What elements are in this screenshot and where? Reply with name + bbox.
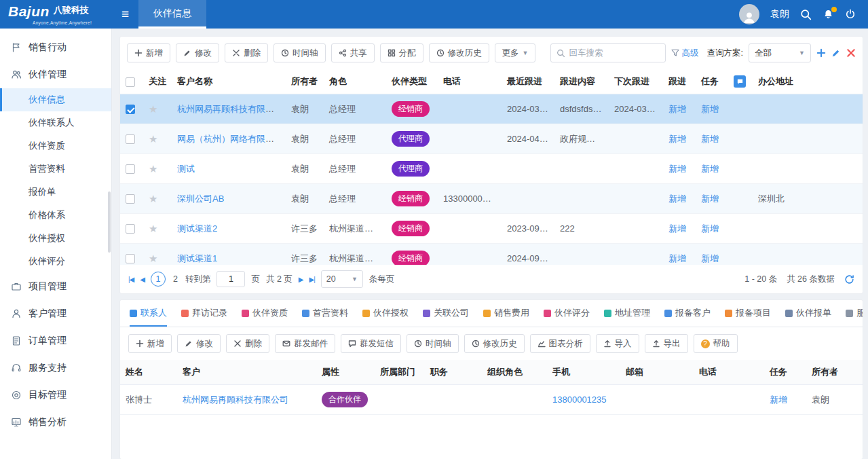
table-row[interactable]: ★ 深圳公司AB 袁朗 总经理 经销商 13300000002 新增 新增 [120,184,863,214]
export-button[interactable]: 导出 [645,334,688,353]
star-icon[interactable]: ★ [149,133,157,145]
logout-power-icon[interactable] [845,9,856,20]
add-button[interactable]: 新增 [128,334,172,353]
sidebar-item-sales-actions[interactable]: 销售行动 [0,34,111,61]
client-link[interactable]: 杭州网易再顾科技有限公司 [183,394,288,405]
table-row[interactable]: 张博士 杭州网易再顾科技有限公司 合作伙伴 13800001235 新增 袁朗 [120,385,863,415]
detail-tab-service-tickets[interactable]: 服务工单 [846,307,863,327]
table-row[interactable]: ★ 测试渠道1 许三多 杭州渠道经理 经销商 2024-09-03 新增 新增 [120,244,863,265]
sidebar-scrollbar[interactable] [108,191,111,253]
sidebar-item-service-support[interactable]: 服务支持 [0,354,111,382]
task-add-link[interactable]: 新增 [701,253,719,263]
table-row[interactable]: ★ 测试渠道2 许三多 杭州渠道经理 经销商 2023-09-21 222 新增… [120,214,863,244]
share-button[interactable]: 共享 [331,43,375,62]
task-add-link[interactable]: 新增 [701,194,719,204]
help-button[interactable]: ? 帮助 [694,334,738,353]
assign-button[interactable]: 分配 [380,43,423,62]
sidebar-item-order-management[interactable]: 订单管理 [0,327,111,354]
sidebar-item-customer-management[interactable]: 客户管理 [0,300,111,327]
follow-add-link[interactable]: 新增 [668,253,686,263]
follow-add-link[interactable]: 新增 [668,194,686,204]
add-query-plan-icon[interactable] [816,48,826,58]
advanced-filter[interactable]: 高级 [671,48,699,59]
star-icon[interactable]: ★ [149,223,157,234]
sidebar-item-sales-analysis[interactable]: 销售分析 [0,409,111,436]
detail-tab-related-companies[interactable]: 关联公司 [423,307,469,327]
mobile-link[interactable]: 13800001235 [552,394,607,405]
timeline-button[interactable]: 时间轴 [273,43,326,62]
detail-tab-visit-records[interactable]: 拜访记录 [181,307,227,327]
sidebar-item-goal-management[interactable]: 目标管理 [0,382,111,409]
select-all-checkbox[interactable] [126,77,135,87]
customer-name-link[interactable]: 网易（杭州）网络有限公司 [177,134,283,144]
menu-toggle-icon[interactable]: ≡ [112,0,138,29]
star-icon[interactable]: ★ [149,253,157,264]
search-input[interactable] [569,48,651,58]
prev-page-icon[interactable]: ◀ [140,276,145,283]
chart-analysis-button[interactable]: 图表分析 [530,334,590,353]
detail-tab-reported-customers[interactable]: 报备客户 [664,307,711,327]
follow-add-link[interactable]: 新增 [668,104,686,114]
detail-tab-contacts[interactable]: 联系人 [130,307,167,327]
detail-tab-partner-qualification[interactable]: 伙伴资质 [242,307,288,327]
table-row[interactable]: ★ 杭州网易再顾科技有限公司 袁朗 总经理 经销商 2024-03-15 dsf… [120,94,863,124]
history-button[interactable]: 修改历史 [464,334,525,353]
page-number-current[interactable]: 1 [151,272,166,287]
goto-page-input[interactable] [216,271,245,287]
star-icon[interactable]: ★ [149,103,157,115]
import-button[interactable]: 导入 [596,334,639,353]
sidebar-item-partner-score[interactable]: 伙伴评分 [0,250,111,273]
task-add-link[interactable]: 新增 [701,104,719,114]
add-button[interactable]: 新增 [127,43,170,62]
customer-name-link[interactable]: 杭州网易再顾科技有限公司 [177,104,283,114]
star-icon[interactable]: ★ [149,193,157,204]
row-checkbox[interactable] [126,164,135,174]
follow-add-link[interactable]: 新增 [668,223,686,234]
detail-tab-first-run-docs[interactable]: 首营资料 [302,307,348,327]
follow-add-link[interactable]: 新增 [668,164,686,174]
row-checkbox[interactable] [126,194,135,204]
row-checkbox[interactable] [126,224,135,234]
follow-add-link[interactable]: 新增 [668,134,686,144]
delete-button[interactable]: 删除 [226,334,269,353]
sidebar-item-price-system[interactable]: 价格体系 [0,204,111,227]
header-tab-partner-info[interactable]: 伙伴信息 [138,0,206,29]
detail-tab-partner-authorization[interactable]: 伙伴授权 [362,307,409,327]
sidebar-item-quotation[interactable]: 报价单 [0,181,111,204]
row-checkbox[interactable] [126,134,135,144]
search-icon[interactable] [800,9,812,20]
task-add-link[interactable]: 新增 [701,223,719,234]
query-plan-select[interactable]: 全部 ▼ [749,43,811,62]
edit-button[interactable]: 修改 [177,334,221,353]
task-add-link[interactable]: 新增 [770,394,787,405]
detail-tab-partner-score[interactable]: 伙伴评分 [544,307,590,327]
last-page-icon[interactable]: ▶| [309,276,315,283]
table-row[interactable]: ★ 网易（杭州）网络有限公司 袁朗 总经理 代理商 2024-04-19 政府规… [120,124,863,154]
row-checkbox[interactable] [126,105,135,114]
edit-button[interactable]: 修改 [176,43,219,62]
sidebar-item-project-management[interactable]: 项目管理 [0,273,111,300]
table-row[interactable]: ★ 测试 袁朗 总经理 代理商 新增 新增 [120,154,863,184]
row-checkbox[interactable] [126,254,135,263]
timeline-button[interactable]: 时间轴 [407,334,459,353]
customer-name-link[interactable]: 测试渠道1 [177,253,217,263]
next-page-icon[interactable]: ▶ [299,276,303,283]
task-add-link[interactable]: 新增 [701,164,719,174]
more-button[interactable]: 更多 ▼ [495,43,536,62]
customer-name-link[interactable]: 测试渠道2 [177,223,217,234]
detail-tab-address-management[interactable]: 地址管理 [604,307,650,327]
sidebar-item-partner-contacts[interactable]: 伙伴联系人 [0,111,111,134]
edit-query-plan-icon[interactable] [831,48,841,58]
bulk-email-button[interactable]: 群发邮件 [275,334,335,353]
detail-tab-sales-expenses[interactable]: 销售费用 [483,307,529,327]
notifications-bell-icon[interactable] [823,9,834,20]
avatar[interactable] [739,4,759,24]
sidebar-item-partner-management[interactable]: 伙伴管理 [0,61,111,88]
detail-tab-reported-projects[interactable]: 报备项目 [725,307,771,327]
bulk-sms-button[interactable]: 群发短信 [341,334,401,353]
task-add-link[interactable]: 新增 [701,134,719,144]
delete-query-plan-icon[interactable] [846,48,856,58]
sidebar-item-partner-authorization[interactable]: 伙伴授权 [0,227,111,250]
star-icon[interactable]: ★ [149,163,157,175]
history-button[interactable]: 修改历史 [429,43,489,62]
